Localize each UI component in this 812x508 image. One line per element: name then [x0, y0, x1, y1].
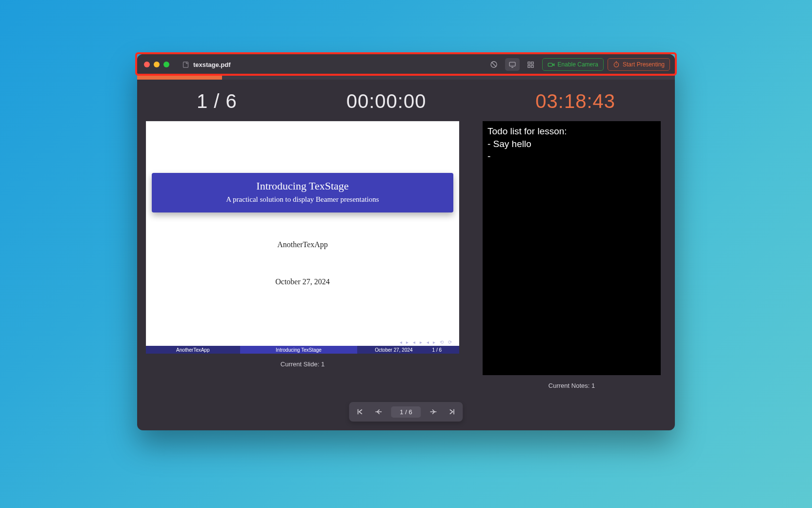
current-slide-caption: Current Slide: 1 [146, 360, 459, 368]
slide-preview[interactable]: Introducing TexStage A practical solutio… [146, 121, 459, 354]
bottom-nav: 1 / 6 [349, 402, 463, 422]
slide-footer-right: October 27, 2024 1 / 6 [357, 346, 459, 354]
page-indicator[interactable]: 1 / 6 [391, 406, 421, 418]
window-controls [144, 62, 169, 67]
start-presenting-label: Start Presenting [623, 61, 665, 68]
document-icon [182, 61, 189, 68]
slide-footer-title: Introducing TexStage [240, 346, 358, 354]
start-presenting-button[interactable]: Start Presenting [608, 58, 670, 71]
titlebar: texstage.pdf [137, 54, 675, 75]
app-window: texstage.pdf [137, 54, 675, 430]
next-slide-button[interactable] [428, 406, 440, 418]
clock-counter: 03:18:43 [535, 90, 615, 112]
svg-rect-3 [528, 62, 530, 64]
first-slide-button[interactable] [354, 406, 365, 418]
svg-rect-0 [183, 62, 188, 67]
beamer-nav-icons: ◂ ▸ ◂ ▸ ◂ ▸ ⟲ ⟳ [400, 339, 453, 345]
slide-date: October 27, 2024 [146, 277, 459, 286]
slide-footer-author: AnotherTexApp [146, 346, 240, 354]
slide-title: Introducing TexStage [157, 180, 448, 192]
close-window-button[interactable] [144, 62, 150, 67]
progress-bar [137, 75, 675, 80]
current-slide-panel: Introducing TexStage A practical solutio… [146, 121, 459, 389]
progress-fill [137, 75, 222, 80]
svg-rect-6 [531, 65, 533, 67]
svg-rect-4 [531, 62, 533, 64]
grid-view-button[interactable] [524, 58, 538, 71]
notes-panel: Todo list for lesson: - Say hello - Curr… [483, 121, 661, 389]
enable-camera-label: Enable Camera [558, 61, 598, 68]
filename: texstage.pdf [193, 61, 231, 68]
fullscreen-window-button[interactable] [163, 62, 169, 67]
prev-slide-button[interactable] [372, 406, 384, 418]
slide-footer-page: 1 / 6 [432, 347, 442, 353]
elapsed-time-counter: 00:00:00 [346, 90, 426, 112]
notes-content: Todo list for lesson: - Say hello - [483, 121, 661, 375]
slide-title-block: Introducing TexStage A practical solutio… [152, 173, 453, 212]
last-slide-button[interactable] [447, 406, 458, 418]
current-notes-caption: Current Notes: 1 [483, 382, 661, 389]
minimize-window-button[interactable] [154, 62, 160, 67]
slide-footer-date: October 27, 2024 [375, 347, 412, 353]
slide-footer: AnotherTexApp Introducing TexStage Octob… [146, 346, 459, 354]
enable-camera-button[interactable]: Enable Camera [542, 58, 604, 71]
display-mode-button[interactable] [505, 58, 520, 71]
stopwatch-icon [613, 61, 620, 68]
filename-group: texstage.pdf [182, 61, 231, 68]
svg-rect-2 [509, 62, 515, 66]
pointer-tool-button[interactable] [487, 58, 501, 71]
counters-row: 1 / 6 00:00:00 03:18:43 [137, 80, 675, 121]
svg-rect-5 [528, 65, 530, 67]
slide-author: AnotherTexApp [146, 240, 459, 249]
camera-icon [548, 61, 555, 68]
slide-subtitle: A practical solution to display Beamer p… [157, 195, 448, 204]
panels: Introducing TexStage A practical solutio… [137, 121, 675, 389]
slide-position-counter: 1 / 6 [197, 90, 237, 112]
